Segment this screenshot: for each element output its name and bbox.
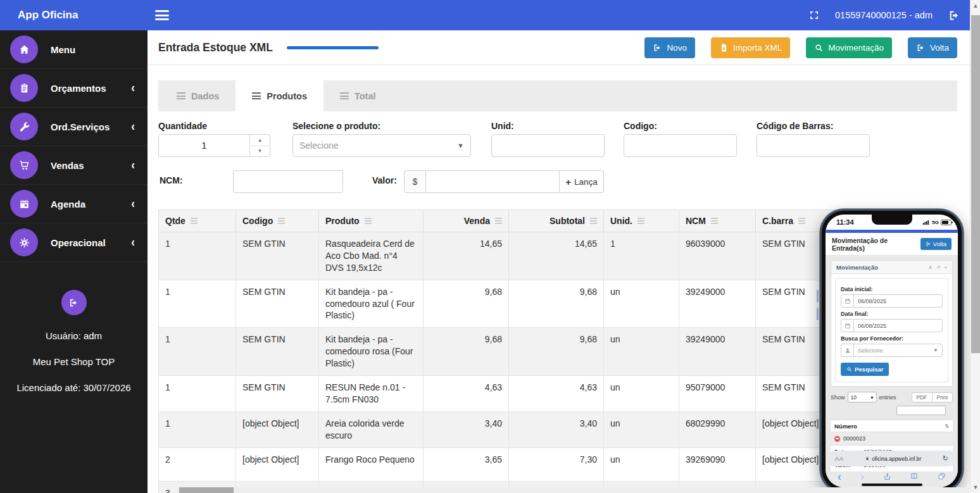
cbarras-field[interactable] xyxy=(757,134,870,157)
sidebar-logout-icon[interactable] xyxy=(61,290,87,315)
phone-screen: 11:34 5G Movimentação de Entrada(s) Volt… xyxy=(826,215,958,487)
qty-up-icon[interactable]: ▲ xyxy=(250,135,270,146)
sidebar-item-agenda[interactable]: Agenda‹ xyxy=(0,185,148,223)
codigo-label: Codigo: xyxy=(624,121,657,131)
gear-icon xyxy=(10,228,38,256)
chevron-left-icon: ‹ xyxy=(131,81,135,96)
phone-volume-button xyxy=(817,308,819,320)
cbarras-label: Código de Barras: xyxy=(757,121,833,131)
license-label: Licenciado até: 30/07/2026 xyxy=(0,382,148,393)
phone-select-field: Selecione▼ xyxy=(841,344,943,357)
sidebar: MenuOrçamentos‹Ord.Serviços‹Vendas‹Agend… xyxy=(0,30,148,493)
column-header-unid[interactable]: Unid. xyxy=(604,210,679,232)
column-header-produto[interactable]: Produto xyxy=(319,210,424,232)
importa-xml-button[interactable]: Importa XML xyxy=(711,37,790,58)
lanca-button[interactable]: +Lança xyxy=(560,170,604,193)
column-header-label: Subtotal xyxy=(550,216,585,226)
page-title: Entrada Estoque XML xyxy=(158,41,273,54)
sidebar-item-label: Operacional xyxy=(51,237,106,248)
sort-icon xyxy=(798,218,805,225)
calendar-icon xyxy=(841,320,854,332)
cell-subtotal: 4,63 xyxy=(509,376,604,412)
fullscreen-icon[interactable] xyxy=(808,9,820,21)
column-header-qtde[interactable]: Qtde xyxy=(159,210,236,232)
movimentacao-button[interactable]: Movimentação xyxy=(806,37,892,58)
sidebar-item-label: Ord.Serviços xyxy=(51,122,110,132)
share-icon xyxy=(883,472,891,481)
safari-address-bar: AA oficina.appweb.inf.br ↻ xyxy=(829,451,954,466)
tab-produtos[interactable]: Produtos xyxy=(236,80,324,111)
unid-label: Unid: xyxy=(491,121,514,131)
column-header-label: Venda xyxy=(464,216,490,226)
sidebar-item-operacional[interactable]: Operacional‹ xyxy=(0,223,148,262)
logout-icon[interactable] xyxy=(948,9,961,22)
phone-date-field: 06/08/2025 xyxy=(841,294,943,308)
valor-field[interactable] xyxy=(425,170,560,193)
cell-subtotal: 14,65 xyxy=(509,232,604,280)
account-label: 01559740000125 - adm xyxy=(835,10,933,20)
volta-button[interactable]: Volta xyxy=(908,37,957,58)
phone-volume-button xyxy=(817,290,819,303)
tabs-bar: DadosProdutosTotal xyxy=(158,80,957,111)
phone-mockup: 11:34 5G Movimentação de Entrada(s) Volt… xyxy=(820,209,964,493)
tab-dados[interactable]: Dados xyxy=(160,80,236,111)
cell-subtotal: 9,68 xyxy=(509,280,604,328)
bookmarks-icon xyxy=(910,472,919,480)
column-header-label: Unid. xyxy=(610,216,632,226)
column-header-codigo[interactable]: Codigo xyxy=(236,210,319,232)
column-header-label: Produto xyxy=(325,216,360,226)
unid-field[interactable] xyxy=(491,134,605,157)
scroll-up-icon[interactable]: ▲ xyxy=(971,3,980,9)
sidebar-item-vendas[interactable]: Vendas‹ xyxy=(0,146,148,185)
sidebar-item-ord-servicos[interactable]: Ord.Serviços‹ xyxy=(0,108,148,146)
phone-field-value: Selecione xyxy=(854,347,933,354)
phone-notch xyxy=(872,215,912,225)
novo-button[interactable]: Novo xyxy=(644,37,695,58)
sort-icon xyxy=(191,218,198,225)
sidebar-item-orcamentos[interactable]: Orçamentos‹ xyxy=(0,69,148,108)
sidebar-item-label: Menu xyxy=(51,44,75,55)
cell-produto: Kit bandeja - pa - comedouro azul ( Four… xyxy=(319,280,424,328)
hamburger-menu-icon[interactable] xyxy=(155,8,169,23)
scroll-down-icon[interactable]: ▼ xyxy=(971,484,980,490)
phone-field-label: Data inicial: xyxy=(841,286,943,292)
ncm-field[interactable] xyxy=(233,170,343,193)
lock-icon xyxy=(865,456,870,461)
column-header-label: C.barra xyxy=(762,216,793,226)
pdf-button: PDF xyxy=(912,392,933,403)
calendar-icon xyxy=(10,190,38,218)
back-icon: ‹ xyxy=(838,470,841,482)
codigo-field[interactable] xyxy=(624,134,737,157)
home-indicator xyxy=(862,484,922,486)
phone-date-field: 06/08/2025 xyxy=(841,319,943,332)
person-icon xyxy=(841,344,854,356)
vertical-scroll-thumb[interactable] xyxy=(971,15,980,353)
cell-qtde: 1 xyxy=(159,280,236,328)
column-header-venda[interactable]: Venda xyxy=(424,210,509,232)
column-header-subtotal[interactable]: Subtotal xyxy=(509,210,604,232)
qty-down-icon[interactable]: ▼ xyxy=(250,146,270,157)
column-header-ncm[interactable]: NCM xyxy=(679,210,756,232)
sidebar-item-menu[interactable]: Menu xyxy=(0,30,148,69)
horizontal-scroll-thumb[interactable] xyxy=(179,487,234,493)
chevron-left-icon: ‹ xyxy=(131,197,135,211)
show-label: Show xyxy=(831,394,845,401)
produto-select[interactable]: Selecione ▼ xyxy=(292,134,471,157)
tab-label: Total xyxy=(355,91,376,101)
tab-total[interactable]: Total xyxy=(324,80,393,111)
plus-icon: + xyxy=(565,177,571,187)
quantidade-stepper[interactable]: 1 ▲ ▼ xyxy=(158,134,270,157)
chevron-left-icon: ‹ xyxy=(131,158,135,173)
vertical-scrollbar[interactable]: ▲ ▼ xyxy=(970,0,980,493)
cell-ncm: 39249000 xyxy=(679,280,756,328)
cell-ncm: 95079000 xyxy=(679,376,756,412)
product-entry-form: Quantidade Selecione o produto: Unid: Co… xyxy=(158,121,957,202)
top-navbar: App Oficina 01559740000125 - adm xyxy=(0,0,980,30)
cell-codigo: SEM GTIN xyxy=(236,232,319,280)
phone-search-input xyxy=(896,406,946,415)
cell-unid: un xyxy=(604,447,679,481)
sidebar-item-label: Agenda xyxy=(51,199,85,209)
sort-icon xyxy=(365,218,372,225)
horizontal-scrollbar[interactable] xyxy=(177,487,969,493)
chevron-left-icon: ‹ xyxy=(131,235,135,250)
